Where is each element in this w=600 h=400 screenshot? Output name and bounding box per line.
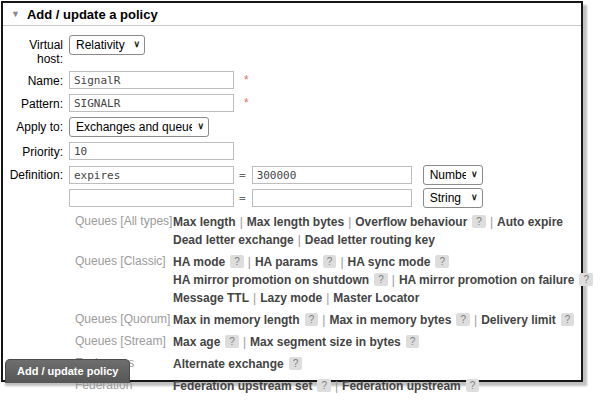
policy-definition-link[interactable]: Overflow behaviour — [355, 215, 467, 229]
help-row: ExchangesAlternate exchange? — [75, 355, 581, 373]
apply-to-select[interactable]: Exchanges and queues — [69, 117, 209, 137]
virtual-host-row: Virtual host: Relativity ∨ — [3, 35, 581, 66]
help-question-icon[interactable]: ? — [323, 255, 337, 268]
help-row: FederationFederation upstream set?|Feder… — [75, 377, 581, 395]
help-row: Queues [All types]Max length|Max length … — [75, 213, 581, 249]
pattern-label: Pattern: — [3, 94, 69, 111]
separator: | — [248, 255, 251, 269]
add-update-policy-button[interactable]: Add / update policy — [5, 359, 130, 383]
separator: | — [253, 291, 256, 305]
policy-definition-link[interactable]: Dead letter exchange — [173, 233, 294, 247]
help-question-icon[interactable]: ? — [374, 273, 388, 286]
virtual-host-label: Virtual host: — [3, 35, 69, 66]
help-question-icon[interactable]: ? — [225, 335, 239, 348]
policy-definition-link[interactable]: Dead letter routing key — [305, 233, 435, 247]
policy-definition-link[interactable]: HA mirror promotion on failure — [399, 273, 575, 287]
policy-definition-link[interactable]: Max segment size in bytes — [250, 335, 401, 349]
policy-definition-link[interactable]: Max length — [173, 215, 236, 229]
definition-type-select-1[interactable]: Number — [423, 165, 483, 185]
policy-panel: ▼ Add / update a policy Virtual host: Re… — [1, 1, 583, 382]
help-question-icon[interactable]: ? — [579, 273, 593, 286]
help-question-icon[interactable]: ? — [305, 313, 319, 326]
help-section-label: Queues [Classic] — [75, 253, 173, 307]
panel-header[interactable]: ▼ Add / update a policy — [3, 3, 581, 26]
policy-definition-link[interactable]: Max age — [173, 335, 220, 349]
help-row: Queues [Classic]HA mode?|HA params?|HA s… — [75, 253, 581, 307]
definition-entry-1: = Number ∨ — [69, 165, 483, 185]
policy-definition-link[interactable]: Auto expire — [497, 215, 563, 229]
help-question-icon[interactable]: ? — [435, 255, 449, 268]
pattern-input[interactable] — [69, 94, 234, 112]
name-row: Name: * — [3, 71, 581, 89]
separator: | — [322, 313, 325, 327]
equals-sign: = — [239, 169, 246, 182]
policy-definition-link[interactable]: Lazy mode — [260, 291, 322, 305]
help-section-label: Queues [Stream] — [75, 333, 173, 351]
separator: | — [243, 335, 246, 349]
policy-definition-link[interactable]: Alternate exchange — [173, 357, 284, 371]
collapse-triangle-icon[interactable]: ▼ — [11, 10, 20, 19]
help-question-icon[interactable]: ? — [230, 255, 244, 268]
pattern-row: Pattern: * — [3, 94, 581, 112]
policy-definition-link[interactable]: Max length bytes — [247, 215, 344, 229]
definition-value-input-2[interactable] — [252, 189, 412, 207]
virtual-host-select[interactable]: Relativity — [69, 35, 145, 55]
separator: | — [240, 215, 243, 229]
policy-definition-link[interactable]: Max in memory length — [173, 313, 300, 327]
separator: | — [348, 215, 351, 229]
separator: | — [474, 313, 477, 327]
definition-key-input-2[interactable] — [69, 189, 234, 207]
separator: | — [490, 215, 493, 229]
equals-sign: = — [239, 192, 246, 205]
priority-row: Priority: — [3, 142, 581, 160]
apply-to-label: Apply to: — [3, 117, 69, 134]
definition-row: Definition: = Number ∨ = String — [3, 165, 581, 208]
name-input[interactable] — [69, 71, 234, 89]
separator: | — [340, 255, 343, 269]
definition-entry-2: = String ∨ — [69, 188, 483, 208]
policy-definition-link[interactable]: HA sync mode — [348, 255, 431, 269]
separator: | — [335, 379, 338, 393]
help-section-label: Queues [All types] — [75, 213, 173, 249]
policy-definition-link[interactable]: Federation upstream set — [173, 379, 312, 393]
policy-definition-link[interactable]: Max in memory bytes — [329, 313, 451, 327]
apply-to-row: Apply to: Exchanges and queues ∨ — [3, 117, 581, 137]
policy-definition-link[interactable]: Master Locator — [333, 291, 419, 305]
help-question-icon[interactable]: ? — [561, 313, 575, 326]
definition-help-section: Queues [All types]Max length|Max length … — [75, 213, 581, 395]
policy-definition-link[interactable]: HA params — [255, 255, 318, 269]
priority-label: Priority: — [3, 142, 69, 159]
policy-definition-link[interactable]: HA mirror promotion on shutdown — [173, 273, 369, 287]
separator: | — [392, 273, 395, 287]
help-question-icon[interactable]: ? — [472, 215, 486, 228]
separator: | — [298, 233, 301, 247]
policy-form: Virtual host: Relativity ∨ Name: * Patte… — [3, 35, 581, 208]
priority-input[interactable] — [69, 142, 234, 160]
help-section-label: Queues [Quorum] — [75, 311, 173, 329]
policy-definition-link[interactable]: Message TTL — [173, 291, 249, 305]
policy-definition-link[interactable]: Delivery limit — [481, 313, 556, 327]
help-question-icon[interactable]: ? — [317, 379, 331, 392]
help-question-icon[interactable]: ? — [289, 357, 303, 370]
required-marker: * — [244, 94, 249, 110]
definition-value-input-1[interactable] — [252, 166, 412, 184]
definition-label: Definition: — [3, 165, 69, 182]
definition-key-input-1[interactable] — [69, 166, 234, 184]
policy-definition-link[interactable]: Federation upstream — [342, 379, 461, 393]
help-question-icon[interactable]: ? — [466, 379, 480, 392]
policy-definition-link[interactable]: HA mode — [173, 255, 225, 269]
required-marker: * — [244, 71, 249, 87]
name-label: Name: — [3, 71, 69, 88]
definition-type-select-2[interactable]: String — [423, 188, 483, 208]
help-question-icon[interactable]: ? — [406, 335, 420, 348]
panel-title: Add / update a policy — [27, 7, 158, 22]
separator: | — [326, 291, 329, 305]
help-row: Queues [Quorum]Max in memory length?|Max… — [75, 311, 581, 329]
help-row: Queues [Stream]Max age?|Max segment size… — [75, 333, 581, 351]
help-question-icon[interactable]: ? — [456, 313, 470, 326]
